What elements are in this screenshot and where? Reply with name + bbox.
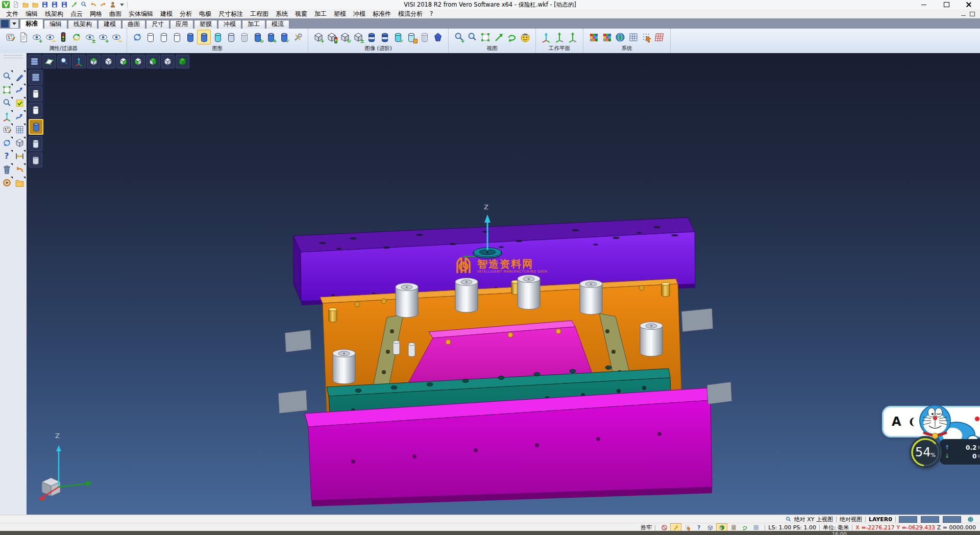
view-axis-icon[interactable] [72, 55, 86, 68]
zoom-options-icon[interactable] [1, 97, 13, 109]
menu-system[interactable]: 系统 [272, 9, 291, 19]
cylinder-solid-selected-icon[interactable] [197, 30, 211, 44]
cylinder-wireframe-icon[interactable] [238, 30, 251, 44]
hide-solid-icon[interactable] [705, 524, 715, 531]
regen-refresh-icon[interactable] [1, 137, 13, 149]
undo-icon[interactable] [89, 1, 97, 9]
menu-analysis[interactable]: 分析 [176, 9, 195, 19]
menu-drawing[interactable]: 工程图 [247, 9, 272, 19]
solid-shaded-icon[interactable] [431, 30, 444, 44]
attributes-paint-icon[interactable] [4, 30, 16, 44]
tab-standard[interactable]: 标准 [20, 19, 43, 29]
view-left-icon[interactable] [131, 55, 145, 68]
save-all-icon[interactable] [60, 1, 68, 9]
menu-window[interactable]: 视窗 [291, 9, 311, 19]
view-shaded-cube-icon[interactable] [176, 55, 189, 68]
cylinder-outline-icon[interactable] [170, 30, 183, 44]
tab-mould[interactable]: 塑膜 [194, 20, 217, 29]
validate-check-icon[interactable] [13, 97, 26, 109]
tab-machining[interactable]: 加工 [242, 20, 265, 29]
mdi-minimize-icon[interactable] [961, 15, 966, 16]
hide-all-icon[interactable] [110, 30, 122, 44]
search-icon[interactable] [783, 516, 794, 523]
lock-label[interactable]: 拴牢 [641, 524, 652, 531]
view-shaded-icon[interactable] [57, 55, 71, 68]
menu-surface[interactable]: 曲面 [106, 9, 125, 19]
measure-icon[interactable] [13, 150, 26, 162]
open-part-icon[interactable] [31, 1, 39, 9]
menu-machining[interactable]: 加工 [311, 9, 330, 19]
menu-mould[interactable]: 塑模 [330, 9, 350, 19]
tab-flow[interactable]: 模流 [266, 20, 289, 29]
sketch-pen-icon[interactable] [13, 84, 26, 96]
display-wire-2-icon[interactable] [29, 103, 42, 117]
show-all-icon[interactable] [96, 30, 109, 44]
display-hidden-line-icon[interactable] [29, 153, 42, 167]
menu-solid-edit[interactable]: 实体编辑 [125, 9, 157, 19]
cylinder-export-icon[interactable] [278, 30, 290, 44]
cylinder-transparent-icon[interactable] [211, 30, 224, 44]
cylinder-striped-2-icon[interactable] [378, 30, 391, 44]
net-speed-panel[interactable]: 0.2K/s 0K/s [940, 439, 980, 465]
preview-icon[interactable] [79, 1, 88, 9]
layer-color-swatch[interactable] [943, 516, 961, 523]
selection-frame-icon[interactable] [1, 84, 13, 96]
shaded-cube-icon[interactable] [716, 523, 727, 531]
viewport-canvas[interactable]: Z Z 智造资料网 INTELLIGENT MANUFACTURING DATA… [27, 53, 980, 515]
grid-settings-icon[interactable] [653, 30, 666, 44]
menu-modeling[interactable]: 建模 [157, 9, 176, 19]
tab-modeling[interactable]: 建模 [98, 20, 121, 29]
net-speed-gauge[interactable]: 54 % [910, 437, 941, 468]
layer-color-swatch[interactable] [921, 516, 939, 523]
mdi-restore-icon[interactable] [970, 12, 975, 16]
menu-help[interactable]: ? [426, 10, 436, 18]
attributes-palette-icon[interactable] [1, 124, 13, 136]
view-face-icon[interactable] [519, 30, 531, 44]
menu-progress[interactable]: 冲模 [350, 9, 369, 19]
color-palette-icon[interactable] [587, 30, 600, 44]
snap-settings-icon[interactable] [640, 30, 653, 44]
undo-step-icon[interactable] [13, 163, 26, 176]
ime-language-letter[interactable]: A [892, 415, 901, 429]
edit-pen-icon[interactable] [13, 70, 26, 83]
maximize-button[interactable] [935, 0, 958, 9]
cylinder-half-icon[interactable] [225, 30, 237, 44]
rotate-lock-icon[interactable] [659, 524, 669, 531]
refresh-visibility-icon[interactable] [70, 30, 83, 44]
cylinder-page-icon[interactable] [405, 30, 418, 44]
workplane-axis-icon[interactable] [540, 30, 552, 44]
zoom-extents-icon[interactable] [479, 30, 492, 44]
menu-pointcloud[interactable]: 点云 [67, 9, 86, 19]
tab-dimension[interactable]: 尺寸 [146, 20, 169, 29]
view-iso-icon[interactable] [161, 55, 175, 68]
tab-application[interactable]: 应用 [170, 20, 193, 29]
export-up-icon[interactable] [69, 1, 78, 9]
navigation-wheel-icon[interactable] [1, 177, 13, 189]
body-toggle-icon[interactable] [352, 30, 364, 44]
cylinder-solid-icon[interactable] [184, 30, 197, 44]
cylinder-striped-icon[interactable] [365, 30, 378, 44]
solid-cube-icon[interactable] [13, 137, 26, 149]
magic-wand-icon[interactable] [670, 523, 681, 531]
active-layer-status[interactable]: LAYER0 [869, 516, 892, 523]
menu-standard-parts[interactable]: 标准件 [369, 9, 395, 19]
workplane-align-icon[interactable] [553, 30, 566, 44]
layer-stack-icon[interactable] [728, 524, 739, 531]
body-add-icon[interactable] [312, 30, 325, 44]
view-plane-icon[interactable] [42, 55, 56, 68]
save-icon[interactable] [40, 1, 49, 9]
view-front-icon[interactable] [146, 55, 160, 68]
display-shaded-selected-icon[interactable] [29, 119, 43, 135]
tab-bar-dropdown[interactable] [10, 19, 19, 29]
cylinder-outline-icon[interactable] [144, 30, 157, 44]
cylinder-wire-advanced-icon[interactable] [418, 30, 431, 44]
view-rotate-icon[interactable] [505, 30, 518, 44]
delete-trash-icon[interactable] [1, 163, 13, 176]
view-menu-icon[interactable] [28, 55, 41, 68]
zoom-dynamic-icon[interactable] [452, 30, 465, 44]
new-file-icon[interactable] [11, 1, 20, 9]
help-query-icon[interactable] [1, 150, 13, 162]
menu-electrode[interactable]: 电极 [195, 9, 215, 19]
view-iso-wire-icon[interactable] [102, 55, 115, 68]
view-mode-status[interactable]: 绝对 XY 上视图 [794, 516, 833, 523]
